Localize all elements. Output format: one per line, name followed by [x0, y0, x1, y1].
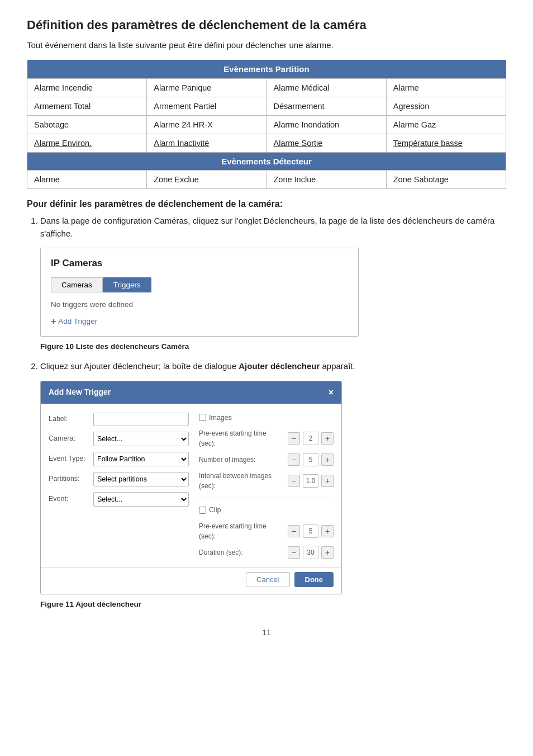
step-2-text-before: Cliquez sur Ajouter déclencheur; la boît…: [40, 361, 239, 371]
partition-header: Evènements Partition: [27, 60, 506, 79]
event-select[interactable]: Select...: [93, 492, 189, 507]
tab-cameras[interactable]: Cameras: [51, 277, 103, 292]
table-cell: Agression: [386, 97, 506, 116]
num-images-minus[interactable]: −: [288, 453, 300, 466]
step-2-bold: Ajouter déclencheur: [239, 361, 320, 371]
no-triggers-text: No triggers were defined: [51, 299, 348, 310]
images-section-row: Images: [199, 413, 334, 423]
clip-checkbox[interactable]: [199, 507, 206, 514]
label-row: Label:: [49, 413, 189, 426]
table-cell: Désarmement: [266, 97, 386, 116]
table-cell: Alarm Inactivité: [147, 134, 266, 153]
clip-section-row: Clip: [199, 505, 334, 516]
table-cell: Zone Sabotage: [386, 171, 506, 189]
table-cell: Zone Exclue: [147, 171, 266, 189]
label-field-label: Label:: [49, 414, 90, 424]
step-2-text-after: apparaît.: [320, 361, 355, 371]
intro-text: Tout événement dans la liste suivante pe…: [27, 40, 506, 50]
table-cell: Sabotage: [27, 116, 147, 134]
duration-label: Duration (sec):: [199, 547, 285, 557]
images-section-label: Images: [209, 413, 232, 423]
event-type-row: Event Type: Follow Partition: [49, 452, 189, 466]
duration-plus[interactable]: +: [321, 546, 334, 559]
pre-event-start-row: Pre-event starting time (sec): − 2 +: [199, 428, 334, 448]
clip-section-label: Clip: [209, 505, 221, 516]
figure10-caption: Figure 10 Liste des déclencheurs Caméra: [40, 341, 506, 352]
label-input[interactable]: [93, 413, 189, 426]
page-title: Définition des paramètres de déclencheme…: [27, 18, 506, 32]
pre-event-clip-value: 5: [303, 525, 318, 538]
interval-plus[interactable]: +: [321, 475, 334, 487]
camera-select[interactable]: Select...: [93, 432, 189, 446]
done-button[interactable]: Done: [294, 572, 334, 587]
dialog-footer: Cancel Done: [41, 567, 341, 594]
table-cell: Armement Partiel: [147, 97, 266, 116]
step-2: Cliquez sur Ajouter déclencheur; la boît…: [40, 360, 506, 610]
interval-minus[interactable]: −: [288, 475, 300, 487]
interval-value: 1.0: [303, 474, 318, 488]
section-divider: [199, 498, 334, 498]
tab-row: Cameras Triggers: [51, 277, 348, 292]
add-trigger-dialog: Add New Trigger × Label: Camera: Select.…: [40, 381, 342, 595]
table-cell: Alarme Médical: [266, 79, 386, 97]
step-1-text: Dans la page de configuration Caméras, c…: [40, 216, 494, 238]
pre-event-start-label: Pre-event starting time (sec):: [199, 428, 285, 448]
dialog-title: Add New Trigger: [49, 386, 111, 398]
num-images-value: 5: [303, 453, 318, 466]
num-images-label: Number of images:: [199, 455, 285, 465]
dialog-header: Add New Trigger ×: [41, 381, 341, 404]
pre-event-clip-row: Pre-event starting time (sec): − 5 +: [199, 521, 334, 541]
table-cell: Alarme: [27, 171, 147, 189]
section-heading: Pour définir les paramètres de déclenche…: [27, 199, 506, 209]
table-cell: Alarme Inondation: [266, 116, 386, 134]
duration-value: 30: [303, 546, 318, 559]
plus-icon: +: [51, 315, 56, 328]
duration-row: Duration (sec): − 30 +: [199, 546, 334, 559]
add-trigger-label: Add Trigger: [58, 316, 97, 327]
table-cell: Armement Total: [27, 97, 147, 116]
figure11-caption: Figure 11 Ajout déclencheur: [40, 599, 506, 610]
table-cell: Alarme: [386, 79, 506, 97]
table-cell: Zone Inclue: [266, 171, 386, 189]
pre-event-clip-plus[interactable]: +: [321, 525, 334, 537]
cancel-button[interactable]: Cancel: [246, 572, 289, 587]
num-images-plus[interactable]: +: [321, 453, 334, 466]
partitions-select[interactable]: Select partitions: [93, 472, 189, 486]
steps-list: Dans la page de configuration Caméras, c…: [40, 215, 506, 610]
camera-row: Camera: Select...: [49, 432, 189, 446]
pre-event-start-value: 2: [303, 432, 318, 445]
table-cell: Température basse: [386, 134, 506, 153]
table-cell: Alarme Sortie: [266, 134, 386, 153]
event-label: Event:: [49, 494, 90, 504]
event-type-label: Event Type:: [49, 453, 90, 464]
num-images-row: Number of images: − 5 +: [199, 453, 334, 466]
pre-event-clip-minus[interactable]: −: [288, 525, 300, 537]
dialog-body: Label: Camera: Select... Event Type: Fol…: [41, 404, 341, 565]
partitions-row: Partitions: Select partitions: [49, 472, 189, 486]
interval-label: Interval between images (sec):: [199, 471, 285, 491]
pre-event-clip-label: Pre-event starting time (sec):: [199, 521, 285, 541]
dialog-left-column: Label: Camera: Select... Event Type: Fol…: [49, 413, 189, 560]
images-checkbox[interactable]: [199, 414, 206, 421]
add-trigger-button[interactable]: + Add Trigger: [51, 315, 348, 328]
dialog-right-column: Images Pre-event starting time (sec): − …: [199, 413, 334, 560]
table-cell: Alarme Panique: [147, 79, 266, 97]
pre-event-start-plus[interactable]: +: [321, 432, 334, 445]
detector-header: Evènements Détecteur: [27, 153, 506, 171]
event-type-select[interactable]: Follow Partition: [93, 452, 189, 466]
step-1: Dans la page de configuration Caméras, c…: [40, 215, 506, 352]
dialog-close-button[interactable]: ×: [329, 386, 334, 399]
camera-field-label: Camera:: [49, 433, 90, 444]
event-row: Event: Select...: [49, 492, 189, 507]
ip-cameras-box: IP Cameras Cameras Triggers No triggers …: [40, 248, 359, 337]
table-cell: Alarme Gaz: [386, 116, 506, 134]
tab-triggers[interactable]: Triggers: [103, 277, 151, 292]
table-cell: Alarme Environ.: [27, 134, 147, 153]
table-cell: Alarme 24 HR-X: [147, 116, 266, 134]
events-table: Evènements Partition Alarme IncendieAlar…: [27, 60, 506, 189]
pre-event-start-minus[interactable]: −: [288, 432, 300, 445]
page-number: 11: [27, 628, 506, 637]
duration-minus[interactable]: −: [288, 546, 300, 559]
interval-row: Interval between images (sec): − 1.0 +: [199, 471, 334, 491]
ip-cameras-title: IP Cameras: [51, 256, 348, 271]
